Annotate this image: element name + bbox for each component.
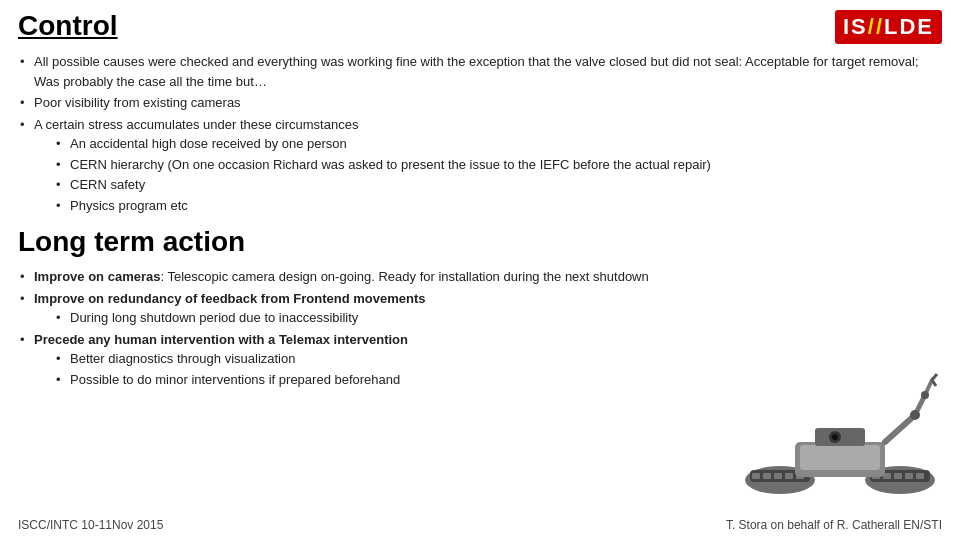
bullet-item-2: Poor visibility from existing cameras <box>18 93 942 113</box>
svg-rect-12 <box>905 473 913 479</box>
svg-rect-5 <box>763 473 771 479</box>
sub-bullet-3-3: CERN safety <box>54 175 942 195</box>
page-title: Control <box>18 10 118 42</box>
svg-point-22 <box>910 410 920 420</box>
svg-point-18 <box>832 434 838 440</box>
long-term-heading: Long term action <box>18 221 942 263</box>
sub-bullet-3-4: Physics program etc <box>54 196 942 216</box>
isolde-logo: IS//LDE <box>835 10 942 44</box>
lt-bullet-2: Improve on redundancy of feedback from F… <box>18 289 942 328</box>
lt-sub-bullet-2-1: During long shutdown period due to inacc… <box>54 308 942 328</box>
bullet-item-3: A certain stress accumulates under these… <box>18 115 942 216</box>
svg-rect-4 <box>752 473 760 479</box>
sub-bullet-3-2: CERN hierarchy (On one occasion Richard … <box>54 155 942 175</box>
slide-footer: ISCC/INTC 10-11Nov 2015 T. Stora on beha… <box>18 518 942 532</box>
slide-header: Control IS//LDE <box>18 10 942 44</box>
intro-bullet-list: All possible causes were checked and eve… <box>18 52 942 215</box>
lt-sub-bullet-3-1: Better diagnostics through visualization <box>54 349 942 369</box>
bullet-item-1: All possible causes were checked and eve… <box>18 52 942 91</box>
footer-left: ISCC/INTC 10-11Nov 2015 <box>18 518 163 532</box>
main-content: All possible causes were checked and eve… <box>18 52 942 389</box>
footer-right: T. Stora on behalf of R. Catherall EN/ST… <box>726 518 942 532</box>
svg-rect-13 <box>916 473 924 479</box>
sub-bullet-list-3: An accidental high dose received by one … <box>34 134 942 215</box>
svg-rect-7 <box>785 473 793 479</box>
svg-rect-6 <box>774 473 782 479</box>
svg-point-23 <box>921 391 929 399</box>
slide-page: Control IS//LDE All possible causes were… <box>0 0 960 540</box>
svg-rect-15 <box>800 445 880 470</box>
svg-rect-11 <box>894 473 902 479</box>
robot-illustration <box>740 370 940 500</box>
logo-text: IS//LDE <box>843 14 934 40</box>
svg-line-25 <box>932 380 936 386</box>
sub-bullet-3-1: An accidental high dose received by one … <box>54 134 942 154</box>
svg-line-24 <box>932 374 937 380</box>
lt-sub-bullet-list-2: During long shutdown period due to inacc… <box>34 308 942 328</box>
lt-bullet-1: Improve on cameras: Telescopic camera de… <box>18 267 942 287</box>
svg-line-19 <box>885 415 915 442</box>
